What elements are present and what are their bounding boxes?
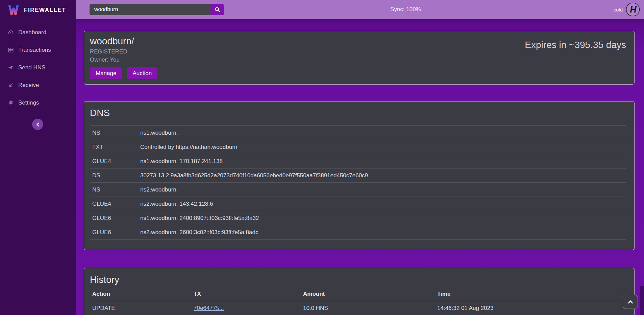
sidebar-item-label: Receive [18, 82, 39, 89]
tx-link[interactable]: 70e64775... [194, 305, 224, 311]
status-badge: REGISTERED [90, 48, 157, 55]
app-title: FIREWALLET [24, 7, 66, 14]
record-type: TXT [92, 144, 140, 151]
history-time: 14:46:32 01 Aug 2023 [437, 305, 626, 312]
table-row: NS ns1.woodburn. [90, 126, 626, 140]
sidebar: FIREWALLET Dashboard [0, 0, 76, 315]
history-section-title: History [90, 274, 626, 285]
table-row: GLUE6 ns1.woodburn. 2400:8907::f03c:93ff… [90, 211, 626, 225]
record-value: 30273 13 2 9a3a8fb3d625d2a2073d740f10da6… [140, 172, 368, 179]
record-value: ns1.woodburn. [140, 130, 178, 136]
record-type: DS [92, 172, 140, 179]
record-type: GLUE4 [92, 201, 140, 207]
auction-button[interactable]: Auction [127, 67, 157, 79]
table-row: DS 30273 13 2 9a3a8fb3d625d2a2073d740f10… [90, 168, 626, 183]
sidebar-item-label: Send HNS [18, 64, 45, 71]
sidebar-item-receive[interactable]: Receive [0, 76, 76, 94]
page-title: woodburn/ [90, 36, 157, 46]
record-value: ns1.woodburn. 170.187.241.138 [140, 158, 223, 165]
history-amount: 10.0 HNS [303, 305, 437, 312]
column-header-tx: TX [194, 291, 303, 297]
send-icon [7, 65, 14, 71]
app-root: FIREWALLET Dashboard [0, 0, 644, 315]
main-area: Sync: 100% cold H woodburn/ REGISTERED O… [76, 0, 644, 315]
transactions-icon [7, 47, 14, 53]
sidebar-item-transactions[interactable]: Transactions [0, 41, 76, 59]
record-type: NS [92, 130, 140, 136]
record-type: NS [92, 186, 140, 193]
history-card: History Action TX Amount Time UPDATE 70e… [84, 268, 635, 315]
sidebar-item-send-hns[interactable]: Send HNS [0, 59, 76, 76]
domain-actions: Manage Auction [90, 67, 157, 79]
search-bar [90, 4, 224, 15]
hns-logo[interactable]: H [626, 2, 640, 17]
search-button[interactable] [210, 4, 224, 15]
table-row: GLUE4 ns2.woodburn. 143.42.128.6 [90, 197, 626, 211]
receive-icon [7, 82, 14, 89]
topbar: Sync: 100% cold H [76, 0, 644, 19]
table-row: TXT Controlled by https://nathan.woodbur… [90, 140, 626, 154]
history-table-header: Action TX Amount Time [90, 290, 626, 301]
sidebar-item-label: Transactions [18, 46, 51, 54]
manage-button[interactable]: Manage [90, 67, 122, 79]
content: woodburn/ REGISTERED Owner: You Manage A… [76, 19, 644, 315]
record-value: Controlled by https://nathan.woodburn [140, 144, 237, 151]
record-type: GLUE6 [92, 215, 140, 222]
sidebar-collapse-button[interactable] [32, 119, 43, 130]
domain-card-left: woodburn/ REGISTERED Owner: You Manage A… [90, 36, 157, 79]
wallet-menu: cold H [613, 2, 644, 17]
settings-icon [7, 100, 14, 106]
record-value: ns2.woodburn. 2600:3c02::f03c:93ff:fe5a:… [140, 229, 258, 236]
search-icon [215, 7, 220, 13]
record-value: ns1.woodburn. 2400:8907::f03c:93ff:fe5a:… [140, 215, 259, 222]
history-action: UPDATE [92, 305, 194, 312]
chevron-up-icon [628, 300, 633, 303]
sync-status: Sync: 100% [390, 6, 421, 13]
domain-card: woodburn/ REGISTERED Owner: You Manage A… [84, 31, 635, 85]
firewallet-logo-icon [7, 4, 20, 16]
scroll-top-button[interactable] [623, 295, 638, 309]
column-header-action: Action [92, 291, 194, 297]
sidebar-item-dashboard[interactable]: Dashboard [0, 24, 76, 41]
sidebar-item-label: Settings [18, 99, 39, 107]
table-row: GLUE6 ns2.woodburn. 2600:3c02::f03c:93ff… [90, 225, 626, 240]
search-input[interactable] [90, 4, 210, 15]
dns-card: DNS NS ns1.woodburn. TXT Controlled by h… [84, 101, 635, 250]
chevron-left-icon [36, 122, 40, 127]
table-row: UPDATE 70e64775... 10.0 HNS 14:46:32 01 … [90, 301, 626, 315]
column-header-amount: Amount [303, 291, 437, 297]
sidebar-nav: Dashboard Transactions [0, 24, 76, 112]
dns-table: NS ns1.woodburn. TXT Controlled by https… [90, 126, 626, 240]
table-row: NS ns2.woodburn. [90, 183, 626, 197]
svg-text:H: H [630, 4, 637, 15]
wallet-name-label: cold [613, 7, 623, 13]
expires-label: Expires in ~395.35 days [525, 40, 626, 50]
dns-section-title: DNS [90, 107, 626, 118]
column-header-time: Time [437, 291, 626, 297]
record-type: GLUE6 [92, 229, 140, 236]
sidebar-item-settings[interactable]: Settings [0, 94, 76, 112]
record-value: ns2.woodburn. [140, 186, 178, 193]
dashboard-icon [7, 29, 14, 36]
sidebar-item-label: Dashboard [18, 29, 46, 36]
table-row: GLUE4 ns1.woodburn. 170.187.241.138 [90, 154, 626, 168]
scrollbar-thumb[interactable] [640, 286, 644, 315]
record-value: ns2.woodburn. 143.42.128.6 [140, 201, 213, 207]
owner-label: Owner: You [90, 57, 157, 63]
record-type: GLUE4 [92, 158, 140, 165]
firewallet-logo[interactable]: FIREWALLET [0, 0, 76, 20]
